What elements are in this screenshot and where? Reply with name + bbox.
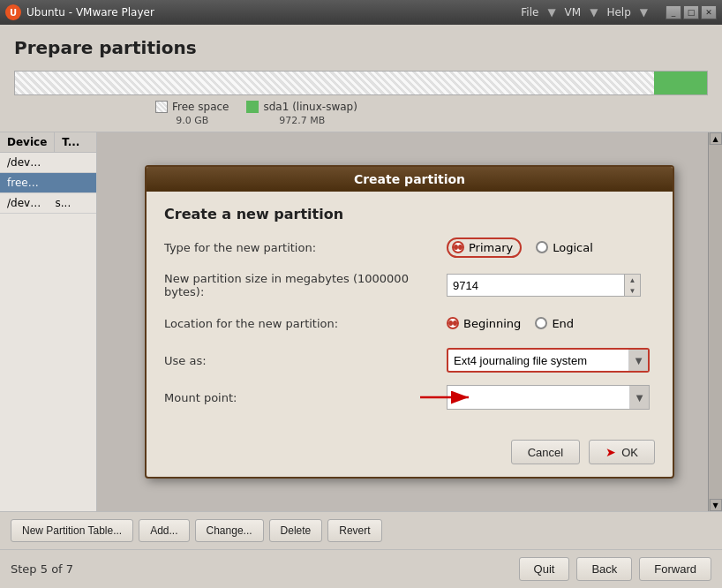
main-content: ▲ ▼ Create partition Create a new partit… [97, 132, 722, 511]
location-controls: Beginning End [447, 317, 655, 330]
type-label: Type for the new partition: [164, 241, 447, 254]
partition-cell-device-sda1: /dev/sda1 [0, 193, 49, 213]
size-input[interactable]: 9714 [447, 275, 624, 296]
page-title: Prepare partitions [14, 37, 197, 58]
app-icon: U [5, 4, 21, 20]
dialog-body: Create a new partition Type for the new … [147, 192, 673, 433]
disk-bar-swap-segment [654, 72, 707, 94]
use-as-select[interactable]: Ext4 journaling file system [448, 354, 628, 367]
step-text: Step 5 of 7 [11, 562, 73, 576]
beginning-radio-option[interactable]: Beginning [447, 317, 521, 330]
size-label: New partition size in megabytes (1000000… [164, 272, 447, 298]
partition-cell-type-free [49, 173, 97, 192]
change-button[interactable]: Change... [195, 519, 264, 542]
menu-file[interactable]: File [521, 6, 538, 19]
partition-location-row: Location for the new partition: Beginnin… [164, 311, 655, 335]
forward-button[interactable]: Forward [639, 557, 711, 581]
partition-row-sda[interactable]: /dev/sda [0, 153, 96, 173]
window-title: Ubuntu - VMware Player [26, 6, 521, 19]
legend-free-icon [155, 101, 168, 113]
mount-point-input-wrap[interactable]: ▼ [447, 385, 650, 410]
partition-cell-device-free: free space [0, 173, 49, 192]
use-as-label: Use as: [164, 354, 447, 367]
logical-label: Logical [553, 241, 593, 254]
delete-button[interactable]: Delete [269, 519, 323, 542]
quit-button[interactable]: Quit [519, 557, 570, 581]
partition-table: Device T... /dev/sda free space /dev/sda… [0, 132, 97, 511]
spinner-up-button[interactable]: ▲ [625, 275, 640, 285]
beginning-label: Beginning [463, 317, 521, 330]
type-controls: Primary Logical [447, 237, 655, 258]
cancel-button[interactable]: Cancel [511, 440, 580, 464]
legend-free-label: Free space [172, 101, 229, 113]
maximize-button[interactable]: □ [683, 5, 699, 19]
spinner-buttons: ▲ ▼ [624, 275, 640, 296]
window-controls: _ □ ✕ [666, 5, 717, 19]
minimize-button[interactable]: _ [666, 5, 681, 19]
beginning-radio[interactable] [447, 317, 459, 329]
nav-buttons: Quit Back Forward [519, 557, 711, 581]
back-button[interactable]: Back [576, 557, 632, 581]
end-label: End [552, 317, 574, 330]
end-radio[interactable] [535, 317, 547, 329]
add-button[interactable]: Add... [139, 519, 189, 542]
dialog-overlay: Create partition Create a new partition … [97, 132, 722, 511]
partition-size-row: New partition size in megabytes (1000000… [164, 272, 655, 298]
use-as-row: Use as: Ext4 journaling file system ▼ [164, 348, 655, 373]
ok-button[interactable]: ➤ OK [589, 440, 655, 464]
dialog-titlebar: Create partition [147, 167, 673, 192]
use-as-dropdown-arrow[interactable]: ▼ [628, 350, 648, 371]
partition-row-freespace[interactable]: free space [0, 173, 96, 193]
legend-swap: sda1 (linux-swap) [246, 101, 357, 113]
logical-radio-option[interactable]: Logical [536, 241, 593, 254]
size-input-wrap: 9714 ▲ ▼ [447, 274, 641, 297]
ok-label: OK [621, 446, 638, 459]
legend-swap-size: 972.7 MB [279, 115, 325, 126]
content-area: Device T... /dev/sda free space /dev/sda… [0, 132, 722, 511]
partition-row-sda1[interactable]: /dev/sda1 s... [0, 193, 96, 214]
mount-point-dropdown-arrow[interactable]: ▼ [629, 386, 649, 409]
logical-radio[interactable] [536, 241, 548, 253]
dialog-section-title: Create a new partition [164, 206, 655, 222]
primary-label: Primary [469, 241, 513, 254]
mount-point-row: Mount point: [164, 385, 655, 410]
legend-swap-label: sda1 (linux-swap) [263, 101, 357, 113]
spinner-down-button[interactable]: ▼ [625, 285, 640, 296]
mount-point-label: Mount point: [164, 391, 447, 404]
close-button[interactable]: ✕ [701, 5, 717, 19]
end-radio-option[interactable]: End [535, 317, 574, 330]
menu-bar: File ▼ VM ▼ Help ▼ [521, 6, 648, 19]
disk-bar [14, 71, 708, 95]
ok-arrow-icon: ➤ [605, 445, 616, 459]
partition-table-header: Device T... [0, 132, 96, 153]
disk-bar-free-segment [15, 72, 654, 94]
step-footer: Step 5 of 7 Quit Back Forward [0, 549, 722, 588]
col-device-header: Device [0, 132, 55, 152]
disk-visual-area: Free space 9.0 GB sda1 (linux-swap) 972.… [0, 65, 722, 132]
disk-legend: Free space 9.0 GB sda1 (linux-swap) 972.… [14, 101, 708, 126]
page-header: Prepare partitions [0, 25, 722, 65]
legend-swap-icon [246, 101, 259, 113]
mount-point-input[interactable] [447, 391, 629, 404]
partition-cell-type-sda1: s... [49, 193, 97, 213]
dialog-footer: Cancel ➤ OK [147, 433, 673, 477]
use-as-dropdown-wrap[interactable]: Ext4 journaling file system ▼ [447, 348, 650, 373]
new-partition-table-button[interactable]: New Partition Table... [11, 519, 133, 542]
col-type-header: T... [55, 132, 96, 152]
primary-radio-outline[interactable]: Primary [447, 237, 522, 258]
partition-cell-type [49, 153, 97, 172]
primary-radio[interactable] [452, 241, 464, 253]
partition-cell-device: /dev/sda [0, 153, 49, 172]
location-label: Location for the new partition: [164, 317, 447, 330]
bottom-toolbar: New Partition Table... Add... Change... … [0, 511, 722, 549]
create-partition-dialog: Create partition Create a new partition … [145, 165, 674, 479]
menu-help[interactable]: Help [606, 6, 630, 19]
revert-button[interactable]: Revert [327, 519, 381, 542]
partition-type-row: Type for the new partition: Primary [164, 235, 655, 260]
window-titlebar: U Ubuntu - VMware Player File ▼ VM ▼ Hel… [0, 0, 722, 25]
window-body: Prepare partitions Free space 9.0 GB sda… [0, 25, 722, 588]
legend-free-space: Free space [155, 101, 229, 113]
menu-vm[interactable]: VM [565, 6, 582, 19]
dialog-title: Create partition [354, 172, 465, 186]
legend-free-size: 9.0 GB [176, 115, 208, 126]
